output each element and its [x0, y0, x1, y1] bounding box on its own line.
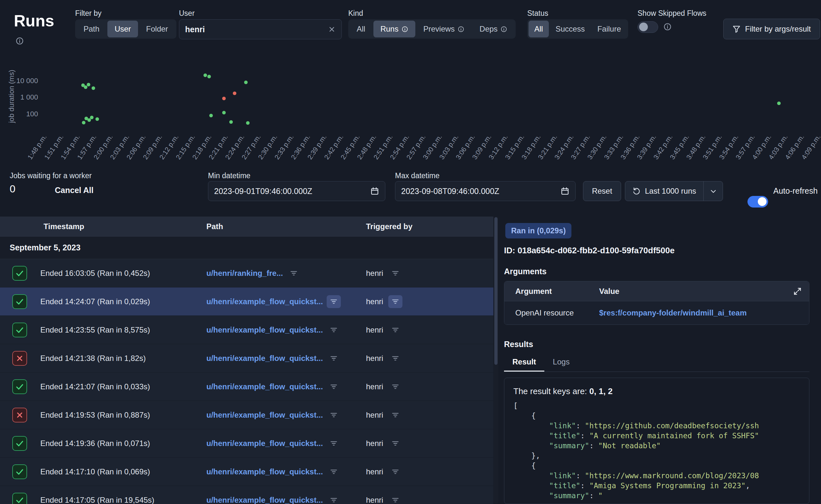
date-group-label: September 5, 2023 — [10, 243, 81, 252]
table-row[interactable]: Ended 14:23:55 (Ran in 8,575s) u/henri/e… — [0, 316, 494, 344]
filter-by-path-icon[interactable] — [327, 380, 341, 393]
run-path-link[interactable]: u/henri/ranking_fre... — [206, 269, 283, 278]
filter-args-button[interactable]: Filter by args/result — [723, 19, 820, 39]
status-all-button[interactable]: All — [529, 21, 549, 37]
filter-by-user-icon[interactable] — [388, 409, 402, 422]
clear-user-icon[interactable] — [328, 25, 336, 33]
result-keys: 0, 1, 2 — [590, 386, 613, 396]
max-datetime-input[interactable] — [395, 181, 576, 201]
arg-name: OpenAI resource — [515, 308, 574, 317]
triggered-by: henri — [366, 325, 383, 334]
min-datetime-value[interactable] — [214, 187, 366, 196]
auto-refresh-toggle[interactable] — [748, 196, 768, 208]
tab-logs[interactable]: Logs — [544, 353, 578, 372]
triggered-by: henri — [366, 297, 383, 306]
kind-runs-label: Runs — [380, 24, 398, 34]
reset-button[interactable]: Reset — [583, 181, 621, 201]
user-filter-value[interactable] — [185, 25, 324, 34]
show-skipped-toggle[interactable] — [638, 21, 658, 33]
filter-by-path-icon[interactable] — [287, 267, 301, 280]
table-row[interactable]: Ended 14:24:07 (Ran in 0,029s) u/henri/e… — [0, 287, 494, 316]
filter-by-path-icon[interactable] — [327, 324, 341, 336]
run-path-link[interactable]: u/henri/example_flow_quickst... — [206, 439, 323, 448]
kind-segmented: All Runs Previews Deps — [348, 19, 516, 39]
filter-by-path-icon[interactable] — [327, 352, 341, 365]
auto-refresh-label: Auto-refresh — [773, 186, 818, 196]
filter-by-user-icon[interactable] — [388, 324, 402, 336]
filter-by-user-icon[interactable] — [388, 380, 402, 393]
run-path-link[interactable]: u/henri/example_flow_quickst... — [206, 496, 323, 504]
kind-all-button[interactable]: All — [349, 21, 372, 37]
result-tabs: Result Logs — [504, 353, 809, 372]
run-path-link[interactable]: u/henri/example_flow_quickst... — [206, 325, 323, 334]
filter-by-user-button[interactable]: User — [107, 21, 138, 37]
filter-by-user-icon[interactable] — [388, 295, 402, 308]
table-scrollbar[interactable] — [494, 217, 498, 504]
table-row[interactable]: Ended 14:21:07 (Ran in 0,033s) u/henri/e… — [0, 373, 494, 401]
filter-by-path-icon[interactable] — [327, 409, 341, 422]
cancel-all-button[interactable]: Cancel All — [55, 186, 93, 195]
filter-by-folder-button[interactable]: Folder — [139, 21, 175, 37]
last-runs-dropdown[interactable] — [703, 181, 723, 201]
filter-by-user-icon[interactable] — [388, 267, 402, 280]
filter-by-path-icon[interactable] — [327, 465, 341, 478]
last-runs-button[interactable]: Last 1000 runs — [625, 181, 723, 201]
kind-label: Kind — [348, 9, 363, 18]
run-path-link[interactable]: u/henri/example_flow_quickst... — [206, 411, 323, 420]
max-datetime-value[interactable] — [401, 187, 557, 196]
table-row[interactable]: Ended 16:03:05 (Ran in 0,452s) u/henri/r… — [0, 259, 494, 287]
kind-runs-button[interactable]: Runs — [373, 21, 416, 37]
table-row[interactable]: Ended 14:19:36 (Ran in 0,071s) u/henri/e… — [0, 429, 494, 458]
page-title: Runs — [14, 12, 54, 30]
results-heading: Results — [504, 340, 533, 349]
expand-icon[interactable] — [793, 287, 802, 296]
status-failure-button[interactable]: Failure — [591, 21, 627, 37]
run-path-link[interactable]: u/henri/example_flow_quickst... — [206, 354, 323, 363]
triggered-by: henri — [366, 354, 383, 363]
calendar-icon[interactable] — [561, 187, 570, 196]
filter-by-path-button[interactable]: Path — [76, 21, 106, 37]
filter-by-path-icon[interactable] — [327, 437, 341, 450]
calendar-icon[interactable] — [370, 187, 379, 196]
arg-value-link[interactable]: $res:f/company-folder/windmill_ai_team — [599, 308, 747, 317]
table-header: Timestamp Path Triggered by — [0, 217, 494, 237]
arguments-heading: Arguments — [504, 267, 547, 276]
filter-by-user-icon[interactable] — [388, 352, 402, 365]
table-row[interactable]: Ended 14:17:10 (Ran in 0,069s) u/henri/e… — [0, 458, 494, 486]
show-skipped-info-icon[interactable] — [663, 23, 672, 31]
filter-by-user-icon[interactable] — [388, 494, 402, 504]
status-success-button[interactable]: Success — [550, 21, 591, 37]
kind-previews-button[interactable]: Previews — [416, 21, 472, 37]
run-path-link[interactable]: u/henri/example_flow_quickst... — [206, 382, 323, 391]
table-row[interactable]: Ended 14:17:05 (Ran in 19,545s) u/henri/… — [0, 486, 494, 504]
filter-by-user-icon[interactable] — [388, 465, 402, 478]
result-intro: The result keys are: — [513, 386, 590, 396]
scrollbar-thumb[interactable] — [494, 217, 498, 365]
status-label: Status — [527, 9, 548, 18]
success-icon — [12, 493, 27, 504]
tab-result[interactable]: Result — [504, 353, 544, 372]
kind-deps-button[interactable]: Deps — [473, 21, 514, 37]
runs-info-icon[interactable] — [15, 37, 24, 45]
filter-by-label: Filter by — [75, 9, 102, 18]
failure-icon — [12, 351, 27, 366]
chevron-down-icon — [709, 187, 717, 195]
table-row[interactable]: Ended 14:21:38 (Ran in 1,82s) u/henri/ex… — [0, 344, 494, 373]
last-runs-main[interactable]: Last 1000 runs — [625, 181, 703, 201]
user-filter-input[interactable] — [179, 19, 342, 39]
filter-by-path-icon[interactable] — [327, 295, 341, 308]
run-path-link[interactable]: u/henri/example_flow_quickst... — [206, 297, 323, 306]
run-timestamp: Ended 14:17:10 (Ran in 0,069s) — [40, 467, 150, 476]
filter-by-user-icon[interactable] — [388, 437, 402, 450]
arguments-table-header: Argument Value — [504, 281, 809, 301]
min-datetime-input[interactable] — [208, 181, 385, 201]
arg-col-argument: Argument — [515, 287, 552, 296]
jobs-waiting-count: 0 — [10, 183, 15, 195]
toggle-knob — [758, 197, 767, 206]
filter-by-path-icon[interactable] — [327, 494, 341, 504]
show-skipped-label: Show Skipped Flows — [638, 9, 707, 18]
run-path-link[interactable]: u/henri/example_flow_quickst... — [206, 467, 323, 476]
table-row[interactable]: Ended 14:19:53 (Ran in 0,887s) u/henri/e… — [0, 401, 494, 429]
triggered-by: henri — [366, 496, 383, 504]
kind-all-label: All — [357, 24, 365, 34]
